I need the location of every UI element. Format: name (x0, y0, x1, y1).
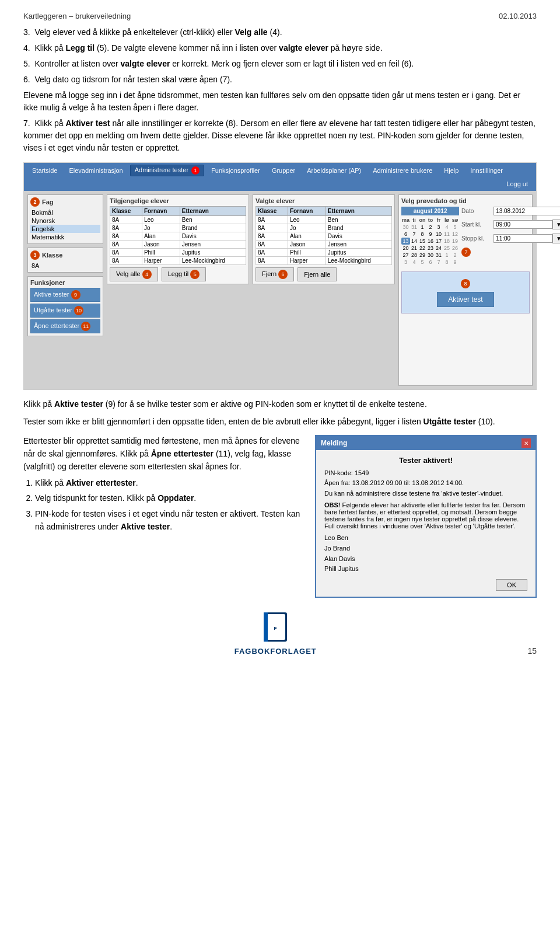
cal-day[interactable]: 2 (451, 252, 459, 259)
cal-day[interactable]: 2 (426, 224, 435, 231)
cal-day[interactable]: 3 (435, 224, 443, 231)
fag-item-bokmal[interactable]: Bokmål (30, 208, 100, 217)
cal-day[interactable]: 6 (426, 259, 435, 266)
avail-row[interactable]: 8AAlanDavis (110, 232, 246, 241)
avail-row[interactable]: 8AJoBrand (110, 224, 246, 232)
stopp-ampm[interactable]: ▼ (552, 234, 560, 243)
cal-day[interactable]: 30 (426, 252, 435, 259)
toolbar-startside[interactable]: Startside (27, 165, 62, 176)
toolbar-administrere-tester[interactable]: Administrere tester 1 (130, 165, 204, 176)
cal-day[interactable]: 16 (426, 238, 435, 245)
available-students-panel: Tilgjengelige elever Klasse Fornavn Ette… (107, 194, 249, 284)
cal-day[interactable]: 30 (401, 224, 410, 231)
cal-day[interactable]: 1 (443, 252, 451, 259)
dialog-ok-btn[interactable]: OK (496, 579, 527, 591)
cal-day[interactable]: 23 (426, 245, 435, 252)
cal-day[interactable]: 8 (418, 231, 426, 238)
logo-book-icon: F (261, 609, 290, 645)
sel-row[interactable]: 8AJoBrand (256, 224, 392, 232)
cal-day[interactable]: 27 (401, 252, 410, 259)
dialog-close-btn[interactable]: ✕ (522, 438, 531, 448)
sel-row[interactable]: 8ALeoBen (256, 216, 392, 224)
toolbar-grupper[interactable]: Grupper (267, 165, 300, 176)
aktiver-test-btn[interactable]: Aktiver test (437, 292, 494, 307)
toolbar-innstillinger[interactable]: Innstillinger (466, 165, 508, 176)
dialog-content: Tester aktivert! PIN-kode: 1549 Åpen fra… (316, 450, 536, 596)
cal-day[interactable]: 7 (435, 259, 443, 266)
cal-day[interactable]: 25 (443, 245, 451, 252)
cal-th: ti (410, 217, 418, 224)
sel-row[interactable]: 8APhillJupitus (256, 249, 392, 257)
toolbar-administrere-brukere[interactable]: Administrere brukere (368, 165, 437, 176)
avail-row[interactable]: 8AHarperLee-Mockingbird (110, 257, 246, 265)
cal-day[interactable]: 17 (435, 238, 443, 245)
cal-day[interactable]: 18 (443, 238, 451, 245)
cal-day[interactable]: 28 (410, 252, 418, 259)
fjern-btn[interactable]: Fjern 6 (256, 267, 294, 281)
fagbokforlaget-text: FAGBOKFORLAGET (235, 647, 317, 656)
velg-alle-btn[interactable]: Velg alle 4 (110, 267, 158, 281)
toolbar-elevadmin[interactable]: Elevadministrasjon (64, 165, 127, 176)
utgatte-tester-badge: 10 (74, 306, 83, 315)
dialog-body: Du kan nå administrere disse testene fra… (324, 490, 527, 497)
toolbar-funksjonsprofiler[interactable]: Funksjonsprofiler (206, 165, 265, 176)
cal-day[interactable]: 11 (443, 231, 451, 238)
dato-row: Dato (461, 207, 560, 215)
cal-day[interactable]: 4 (443, 224, 451, 231)
sel-row[interactable]: 8AJasonJensen (256, 241, 392, 249)
fag-item-nynorsk[interactable]: Nynorsk (30, 217, 100, 225)
cal-day[interactable]: 1 (418, 224, 426, 231)
cal-day[interactable]: 21 (410, 245, 418, 252)
sel-col-etternavn: Etternavn (326, 207, 391, 216)
legg-til-btn[interactable]: Legg til 5 (162, 267, 206, 281)
cal-day[interactable]: 29 (418, 252, 426, 259)
dato-input[interactable] (494, 207, 560, 215)
cal-day[interactable]: 26 (451, 245, 459, 252)
cal-day[interactable]: 5 (418, 259, 426, 266)
cal-day[interactable]: 10 (435, 231, 443, 238)
cal-day[interactable]: 31 (435, 252, 443, 259)
steps-list: Klikk på Aktiver ettertester. Velg tidsp… (35, 477, 303, 534)
fag-item-matematikk[interactable]: Matematikk (30, 233, 100, 241)
step6-text: 6. Velg dato og tidsrom for når testen s… (23, 75, 232, 84)
fag-item-engelsk[interactable]: Engelsk (30, 225, 100, 233)
klasse-item-8a[interactable]: 8A (30, 262, 100, 270)
cal-day[interactable]: 5 (451, 224, 459, 231)
badge-7-container: 7 (461, 248, 560, 257)
cal-day[interactable]: 22 (418, 245, 426, 252)
start-input[interactable] (494, 220, 552, 229)
stopp-input[interactable] (494, 234, 552, 243)
avail-row[interactable]: 8AJasonJensen (110, 241, 246, 249)
cal-day[interactable]: 14 (410, 238, 418, 245)
toolbar-arbeidsplaner[interactable]: Arbeidsplaner (AP) (302, 165, 366, 176)
cal-day[interactable]: 24 (435, 245, 443, 252)
cal-day[interactable]: 12 (451, 231, 459, 238)
avail-row[interactable]: 8ALeoBen (110, 216, 246, 224)
utgatte-tester-btn[interactable]: Utgåtte tester 10 (30, 304, 100, 318)
cal-day[interactable]: 15 (418, 238, 426, 245)
cal-day[interactable]: 20 (401, 245, 410, 252)
start-ampm[interactable]: ▼ (552, 220, 560, 229)
left-panel: 2 Fag Bokmål Nynorsk Engelsk Matematikk … (27, 194, 103, 386)
cal-day[interactable]: 8 (443, 259, 451, 266)
sel-row[interactable]: 8AAlanDavis (256, 232, 392, 241)
cal-day[interactable]: 4 (410, 259, 418, 266)
cal-day-today[interactable]: 13 (401, 238, 410, 245)
cal-day[interactable]: 9 (451, 259, 459, 266)
cal-day[interactable]: 9 (426, 231, 435, 238)
fjern-alle-btn[interactable]: Fjern alle (298, 267, 337, 281)
cal-day[interactable]: 31 (410, 224, 418, 231)
cal-th: fr (435, 217, 443, 224)
cal-day[interactable]: 7 (410, 231, 418, 238)
apne-ettertester-btn[interactable]: Åpne ettertester 11 (30, 319, 100, 333)
cal-th: sø (451, 217, 459, 224)
sel-row[interactable]: 8AHarperLee-Mockingbird (256, 257, 392, 265)
toolbar-hjelp[interactable]: Hjelp (439, 165, 463, 176)
cal-day[interactable]: 6 (401, 231, 410, 238)
toolbar-logg-ut[interactable]: Logg ut (502, 179, 533, 189)
header-title: Kartleggeren – brukerveiledning (23, 12, 131, 20)
avail-row[interactable]: 8APhillJupitus (110, 249, 246, 257)
cal-day[interactable]: 3 (401, 259, 410, 266)
cal-day[interactable]: 19 (451, 238, 459, 245)
aktive-tester-btn[interactable]: Aktive tester 9 (30, 288, 100, 302)
